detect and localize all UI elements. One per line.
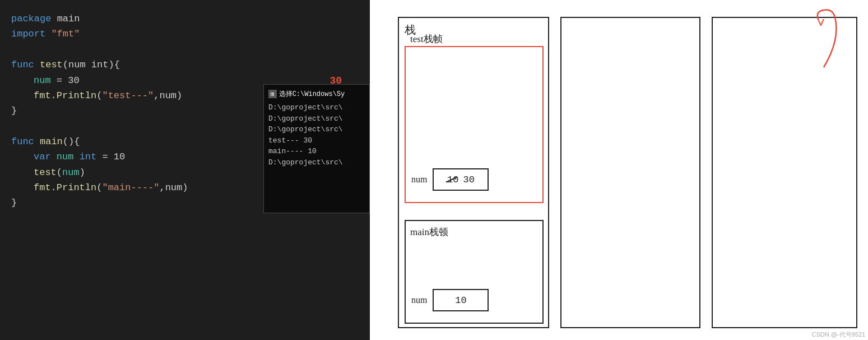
main-frame-title: main栈顿 xyxy=(410,226,448,238)
string2: "main----" xyxy=(102,180,159,195)
main-num-box: 10 xyxy=(433,289,489,311)
test-call-bracket-close: ) xyxy=(80,165,85,180)
assign1: = 30 xyxy=(57,73,80,88)
terminal-line-1: D:\goproject\src\ xyxy=(268,102,365,113)
dot2: . xyxy=(51,180,57,195)
test-call-arg: num xyxy=(62,165,80,180)
stack-column: 栈 test栈帧 num 10 30 main栈顿 num 10 xyxy=(398,17,549,328)
brace2: } xyxy=(11,195,17,210)
column-2 xyxy=(560,17,700,328)
test-num-box: 10 30 xyxy=(433,168,489,191)
dot1: . xyxy=(51,88,57,103)
terminal-line-4: test--- 30 xyxy=(268,135,365,146)
fmt-println2: fmt xyxy=(34,180,51,195)
println1: Println xyxy=(57,88,96,103)
println2: Println xyxy=(57,180,96,195)
test-num-box-content: 10 30 xyxy=(447,174,475,185)
type-int: int xyxy=(80,149,97,164)
test-num-new: 30 xyxy=(463,174,474,185)
terminal-title-text: 选择C:\Windows\Sy xyxy=(279,89,345,99)
terminal-line-6: D:\goproject\src\ xyxy=(268,157,365,168)
println2-args: ( xyxy=(96,180,102,195)
import-string: "fmt" xyxy=(51,26,80,42)
code-line-3: func test(num int){ xyxy=(11,57,359,72)
code-line-1: package main xyxy=(11,11,359,26)
keyword-package: package xyxy=(11,11,51,26)
test-frame: test栈帧 num 10 30 xyxy=(405,46,544,203)
test-call: test xyxy=(34,165,57,180)
column-3 xyxy=(712,17,857,328)
func-test-params: (num int){ xyxy=(63,57,120,72)
test-num-row: num 10 30 xyxy=(411,168,489,191)
main-num-row: num 10 xyxy=(411,289,489,311)
println1-args: ( xyxy=(96,88,102,103)
terminal-line-5: main---- 10 xyxy=(268,146,365,157)
terminal-icon: ⊞ xyxy=(268,90,277,98)
func-test-name: test xyxy=(40,57,63,72)
var-num1: num xyxy=(34,73,51,88)
assign2: = 10 xyxy=(102,149,125,164)
brace1: } xyxy=(11,103,17,118)
keyword-var: var xyxy=(34,149,51,164)
package-name: main xyxy=(57,11,80,26)
terminal-line-2: D:\goproject\src\ xyxy=(268,113,365,125)
keyword-import: import xyxy=(11,26,45,42)
string1: "test---" xyxy=(102,88,154,103)
func-main-parens: (){ xyxy=(63,134,80,149)
test-num-old: 10 xyxy=(447,174,458,185)
fmt-println1: fmt xyxy=(34,88,51,103)
diagram-area: 栈 test栈帧 num 10 30 main栈顿 num 10 xyxy=(387,6,868,337)
terminal-title: ⊞ 选择C:\Windows\Sy xyxy=(268,89,365,99)
code-line-2: import "fmt" xyxy=(11,26,359,42)
watermark: CSDN @-代号9521 xyxy=(811,330,865,339)
var-num2: num xyxy=(57,149,74,164)
code-line-blank1 xyxy=(11,42,359,57)
keyword-func2: func xyxy=(11,134,34,149)
main-frame: main栈顿 num 10 xyxy=(405,220,544,324)
comma2: ,num) xyxy=(159,180,188,195)
main-num-value: 10 xyxy=(455,295,466,306)
terminal-line-3: D:\goproject\src\ xyxy=(268,124,365,135)
func-main-name: main xyxy=(40,134,63,149)
test-num-label: num xyxy=(411,174,427,185)
main-num-label: num xyxy=(411,295,427,305)
terminal-panel: ⊞ 选择C:\Windows\Sy D:\goproject\src\ D:\g… xyxy=(263,84,370,213)
test-call-bracket-open: ( xyxy=(57,165,62,180)
test-frame-title: test栈帧 xyxy=(410,33,443,45)
comma1: ,num) xyxy=(154,88,182,103)
keyword-func1: func xyxy=(11,57,34,72)
